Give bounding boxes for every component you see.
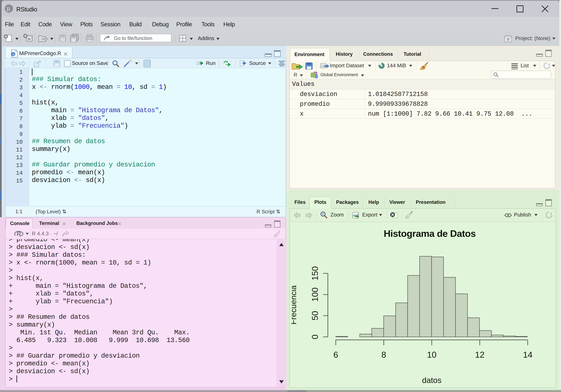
- svg-text:0: 0: [310, 335, 320, 339]
- svg-text:Frecuencia: Frecuencia: [291, 285, 298, 325]
- svg-text:150: 150: [310, 266, 320, 281]
- svg-text:100: 100: [310, 287, 320, 302]
- svg-text:R: R: [28, 37, 30, 41]
- svg-text:R: R: [12, 52, 15, 57]
- svg-text:R: R: [507, 37, 510, 42]
- svg-text:10: 10: [427, 350, 436, 359]
- svg-text:6: 6: [334, 350, 338, 359]
- svg-text:14: 14: [523, 350, 532, 359]
- svg-text:datos: datos: [422, 376, 442, 385]
- svg-text:R: R: [17, 231, 21, 237]
- svg-text:Histograma de Datos: Histograma de Datos: [384, 228, 476, 239]
- svg-text:50: 50: [310, 311, 320, 320]
- svg-text:12: 12: [475, 350, 485, 359]
- svg-text:8: 8: [381, 350, 386, 359]
